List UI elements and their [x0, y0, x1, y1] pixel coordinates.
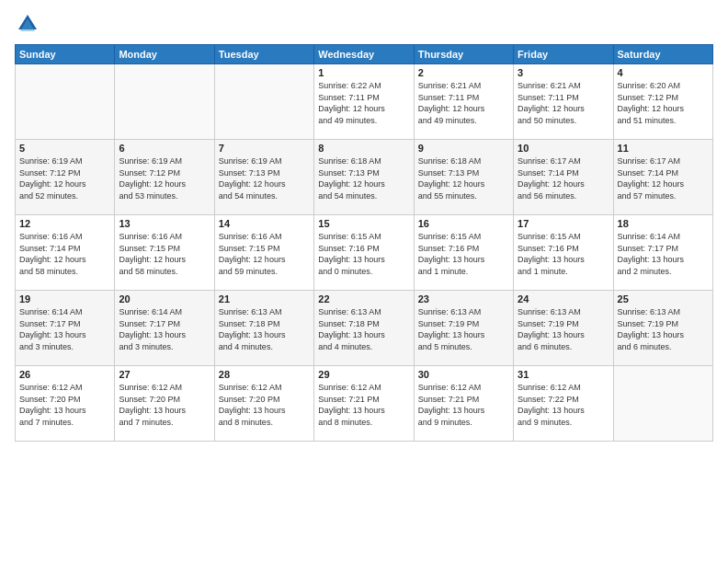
day-info: Sunrise: 6:12 AM Sunset: 7:21 PM Dayligh…: [318, 382, 409, 428]
day-number: 8: [318, 143, 409, 154]
calendar-week-2: 5Sunrise: 6:19 AM Sunset: 7:12 PM Daylig…: [16, 140, 713, 215]
day-number: 1: [318, 67, 409, 78]
calendar-cell: [115, 64, 214, 140]
day-info: Sunrise: 6:16 AM Sunset: 7:15 PM Dayligh…: [119, 231, 210, 277]
day-info: Sunrise: 6:13 AM Sunset: 7:18 PM Dayligh…: [219, 306, 310, 352]
day-info: Sunrise: 6:15 AM Sunset: 7:16 PM Dayligh…: [418, 231, 509, 277]
calendar: SundayMondayTuesdayWednesdayThursdayFrid…: [15, 44, 713, 442]
calendar-header-saturday: Saturday: [613, 45, 712, 64]
day-info: Sunrise: 6:12 AM Sunset: 7:22 PM Dayligh…: [518, 382, 609, 428]
calendar-cell: 25Sunrise: 6:13 AM Sunset: 7:19 PM Dayli…: [613, 291, 712, 366]
day-info: Sunrise: 6:13 AM Sunset: 7:19 PM Dayligh…: [518, 306, 609, 352]
calendar-header-wednesday: Wednesday: [314, 45, 414, 64]
calendar-header-sunday: Sunday: [16, 45, 115, 64]
day-number: 4: [618, 67, 709, 78]
calendar-cell: 4Sunrise: 6:20 AM Sunset: 7:12 PM Daylig…: [613, 64, 712, 140]
calendar-header-thursday: Thursday: [414, 45, 513, 64]
calendar-cell: 19Sunrise: 6:14 AM Sunset: 7:17 PM Dayli…: [16, 291, 115, 366]
logo-icon: [15, 11, 40, 37]
calendar-cell: 31Sunrise: 6:12 AM Sunset: 7:22 PM Dayli…: [514, 366, 613, 442]
day-number: 3: [518, 67, 609, 78]
day-info: Sunrise: 6:21 AM Sunset: 7:11 PM Dayligh…: [418, 80, 509, 126]
calendar-week-4: 19Sunrise: 6:14 AM Sunset: 7:17 PM Dayli…: [16, 291, 713, 366]
day-number: 6: [119, 143, 210, 154]
day-number: 13: [119, 218, 210, 229]
day-number: 14: [219, 218, 310, 229]
day-number: 15: [318, 218, 409, 229]
calendar-cell: 20Sunrise: 6:14 AM Sunset: 7:17 PM Dayli…: [115, 291, 214, 366]
day-info: Sunrise: 6:13 AM Sunset: 7:19 PM Dayligh…: [618, 306, 709, 352]
day-number: 10: [518, 143, 609, 154]
day-number: 21: [219, 293, 310, 304]
day-info: Sunrise: 6:12 AM Sunset: 7:21 PM Dayligh…: [418, 382, 509, 428]
day-number: 5: [19, 143, 110, 154]
day-info: Sunrise: 6:17 AM Sunset: 7:14 PM Dayligh…: [518, 155, 609, 201]
calendar-cell: 22Sunrise: 6:13 AM Sunset: 7:18 PM Dayli…: [314, 291, 414, 366]
calendar-cell: 15Sunrise: 6:15 AM Sunset: 7:16 PM Dayli…: [314, 215, 414, 291]
day-info: Sunrise: 6:12 AM Sunset: 7:20 PM Dayligh…: [119, 382, 210, 428]
calendar-cell: 16Sunrise: 6:15 AM Sunset: 7:16 PM Dayli…: [414, 215, 513, 291]
day-info: Sunrise: 6:12 AM Sunset: 7:20 PM Dayligh…: [219, 382, 310, 428]
day-number: 24: [518, 293, 609, 304]
calendar-cell: 27Sunrise: 6:12 AM Sunset: 7:20 PM Dayli…: [115, 366, 214, 442]
calendar-cell: [16, 64, 115, 140]
calendar-cell: [613, 366, 712, 442]
day-number: 18: [618, 218, 709, 229]
day-info: Sunrise: 6:19 AM Sunset: 7:13 PM Dayligh…: [219, 155, 310, 201]
day-number: 20: [119, 293, 210, 304]
calendar-cell: 10Sunrise: 6:17 AM Sunset: 7:14 PM Dayli…: [514, 140, 613, 215]
calendar-cell: 6Sunrise: 6:19 AM Sunset: 7:12 PM Daylig…: [115, 140, 214, 215]
calendar-cell: 2Sunrise: 6:21 AM Sunset: 7:11 PM Daylig…: [414, 64, 513, 140]
day-number: 12: [19, 218, 110, 229]
calendar-cell: 26Sunrise: 6:12 AM Sunset: 7:20 PM Dayli…: [16, 366, 115, 442]
calendar-cell: 21Sunrise: 6:13 AM Sunset: 7:18 PM Dayli…: [214, 291, 313, 366]
calendar-cell: 1Sunrise: 6:22 AM Sunset: 7:11 PM Daylig…: [314, 64, 414, 140]
calendar-cell: 11Sunrise: 6:17 AM Sunset: 7:14 PM Dayli…: [613, 140, 712, 215]
day-number: 11: [618, 143, 709, 154]
calendar-cell: [214, 64, 313, 140]
calendar-week-3: 12Sunrise: 6:16 AM Sunset: 7:14 PM Dayli…: [16, 215, 713, 291]
calendar-cell: 13Sunrise: 6:16 AM Sunset: 7:15 PM Dayli…: [115, 215, 214, 291]
day-number: 26: [19, 369, 110, 380]
calendar-cell: 28Sunrise: 6:12 AM Sunset: 7:20 PM Dayli…: [214, 366, 313, 442]
calendar-cell: 8Sunrise: 6:18 AM Sunset: 7:13 PM Daylig…: [314, 140, 414, 215]
calendar-week-1: 1Sunrise: 6:22 AM Sunset: 7:11 PM Daylig…: [16, 64, 713, 140]
day-number: 28: [219, 369, 310, 380]
day-number: 2: [418, 67, 509, 78]
calendar-cell: 29Sunrise: 6:12 AM Sunset: 7:21 PM Dayli…: [314, 366, 414, 442]
day-info: Sunrise: 6:13 AM Sunset: 7:18 PM Dayligh…: [318, 306, 409, 352]
day-number: 7: [219, 143, 310, 154]
day-number: 30: [418, 369, 509, 380]
day-info: Sunrise: 6:12 AM Sunset: 7:20 PM Dayligh…: [19, 382, 110, 428]
day-info: Sunrise: 6:19 AM Sunset: 7:12 PM Dayligh…: [19, 155, 110, 201]
calendar-cell: 30Sunrise: 6:12 AM Sunset: 7:21 PM Dayli…: [414, 366, 513, 442]
day-number: 16: [418, 218, 509, 229]
day-number: 19: [19, 293, 110, 304]
calendar-cell: 3Sunrise: 6:21 AM Sunset: 7:11 PM Daylig…: [514, 64, 613, 140]
day-info: Sunrise: 6:19 AM Sunset: 7:12 PM Dayligh…: [119, 155, 210, 201]
day-number: 17: [518, 218, 609, 229]
day-info: Sunrise: 6:21 AM Sunset: 7:11 PM Dayligh…: [518, 80, 609, 126]
calendar-cell: 17Sunrise: 6:15 AM Sunset: 7:16 PM Dayli…: [514, 215, 613, 291]
calendar-cell: 9Sunrise: 6:18 AM Sunset: 7:13 PM Daylig…: [414, 140, 513, 215]
logo: [15, 11, 44, 37]
day-number: 22: [318, 293, 409, 304]
calendar-cell: 24Sunrise: 6:13 AM Sunset: 7:19 PM Dayli…: [514, 291, 613, 366]
calendar-header-tuesday: Tuesday: [214, 45, 313, 64]
calendar-cell: 12Sunrise: 6:16 AM Sunset: 7:14 PM Dayli…: [16, 215, 115, 291]
day-info: Sunrise: 6:20 AM Sunset: 7:12 PM Dayligh…: [618, 80, 709, 126]
calendar-cell: 14Sunrise: 6:16 AM Sunset: 7:15 PM Dayli…: [214, 215, 313, 291]
day-info: Sunrise: 6:22 AM Sunset: 7:11 PM Dayligh…: [318, 80, 409, 126]
calendar-week-5: 26Sunrise: 6:12 AM Sunset: 7:20 PM Dayli…: [16, 366, 713, 442]
day-number: 23: [418, 293, 509, 304]
day-info: Sunrise: 6:14 AM Sunset: 7:17 PM Dayligh…: [19, 306, 110, 352]
day-info: Sunrise: 6:16 AM Sunset: 7:14 PM Dayligh…: [19, 231, 110, 277]
calendar-cell: 5Sunrise: 6:19 AM Sunset: 7:12 PM Daylig…: [16, 140, 115, 215]
day-info: Sunrise: 6:13 AM Sunset: 7:19 PM Dayligh…: [418, 306, 509, 352]
calendar-header-monday: Monday: [115, 45, 214, 64]
day-number: 25: [618, 293, 709, 304]
day-info: Sunrise: 6:17 AM Sunset: 7:14 PM Dayligh…: [618, 155, 709, 201]
day-number: 31: [518, 369, 609, 380]
calendar-cell: 23Sunrise: 6:13 AM Sunset: 7:19 PM Dayli…: [414, 291, 513, 366]
header: [15, 11, 713, 37]
